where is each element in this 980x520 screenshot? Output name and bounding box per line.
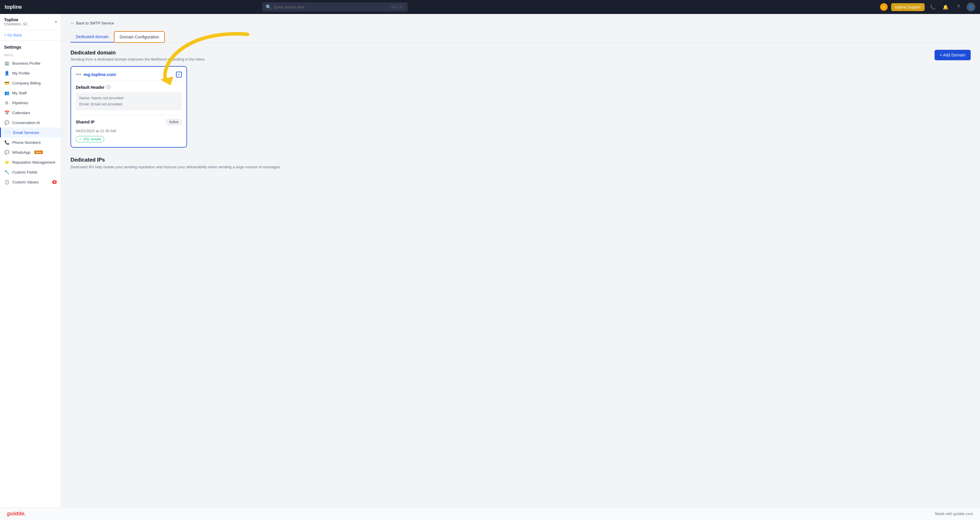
sidebar-item-custom-fields[interactable]: 🔧 Custom Fields bbox=[0, 167, 61, 177]
default-header-title: Default Header ⓘ bbox=[76, 85, 182, 90]
sidebar-item-reputation-management[interactable]: ⭐ Reputation Management bbox=[0, 157, 61, 167]
section-header: Dedicated domain Sending from a dedicate… bbox=[70, 50, 970, 62]
person-icon: 👤 bbox=[4, 71, 10, 75]
sidebar-item-custom-values[interactable]: 📋 Custom Values 4 bbox=[0, 177, 61, 187]
chevron-down-icon: ▾ bbox=[55, 20, 57, 24]
workspace-name: Topline bbox=[4, 17, 28, 22]
ssl-badge: ✓ SSL Issued bbox=[76, 136, 104, 143]
domain-name: ••• mg.topline.com bbox=[76, 71, 116, 78]
sidebar-item-pipelines[interactable]: ⊞ Pipelines bbox=[0, 98, 61, 108]
dedicated-ips-subtitle: Dedicated IPs help isolate your sending … bbox=[70, 165, 970, 169]
search-input[interactable] bbox=[274, 5, 388, 10]
domain-checkbox[interactable]: ✓ bbox=[176, 71, 182, 78]
support-button[interactable]: topline Support bbox=[891, 3, 925, 11]
chat-icon: 💬 bbox=[4, 120, 10, 125]
sidebar: Topline Charleston, SC ▾ < Go Back Setti… bbox=[0, 14, 61, 507]
dedicated-ips-section: Dedicated IPs Dedicated IPs help isolate… bbox=[70, 157, 970, 169]
sidebar-item-label: Pipelines bbox=[12, 101, 28, 105]
add-domain-button[interactable]: + Add Domain bbox=[935, 50, 970, 60]
shared-ip-label: Shared IP bbox=[76, 120, 95, 124]
sidebar-item-my-staff[interactable]: 👥 My Staff bbox=[0, 88, 61, 98]
search-icon: 🔍 bbox=[266, 4, 272, 10]
email-row: Email: Email not provided bbox=[79, 101, 178, 108]
main-content: ← Back to SMTP Service Dedicated domain … bbox=[61, 14, 980, 507]
section-title: Dedicated domain bbox=[70, 50, 206, 56]
sidebar-item-label: My Profile bbox=[12, 71, 30, 75]
avatar[interactable]: 👤 bbox=[967, 3, 975, 11]
ssl-check-icon: ✓ bbox=[79, 137, 82, 141]
sidebar-item-label: My Staff bbox=[12, 91, 27, 95]
settings-title: Settings bbox=[0, 40, 61, 51]
notification-icon-btn[interactable]: 🔔 bbox=[941, 2, 950, 12]
email-icon: ✉️ bbox=[5, 130, 10, 135]
apps-group-label: Apps bbox=[0, 51, 61, 58]
domain-card: ••• mg.topline.com ✓ Default Header ⓘ Na… bbox=[70, 66, 187, 147]
sidebar-item-label: Conversation AI bbox=[12, 120, 40, 125]
dedicated-ips-title: Dedicated IPs bbox=[70, 157, 970, 163]
more-icon[interactable]: ••• bbox=[76, 71, 81, 78]
phone-icon-btn[interactable]: 📞 bbox=[928, 2, 937, 12]
back-arrow-icon: ← bbox=[70, 21, 74, 25]
tabs-row: Dedicated domain Domain Configuration bbox=[70, 31, 970, 43]
name-row: Name: Name not provided bbox=[79, 95, 178, 101]
phone-icon: 📞 bbox=[4, 140, 10, 145]
shared-ip-row: Shared IP Active bbox=[76, 119, 182, 125]
sidebar-item-label: Custom Values bbox=[12, 180, 39, 184]
sidebar-item-label: Business Profile bbox=[12, 61, 40, 65]
topnav-right: ⚡ topline Support 📞 🔔 ? 👤 bbox=[880, 2, 975, 12]
sidebar-item-label: Phone Numbers bbox=[12, 140, 41, 145]
sidebar-item-label: Email Services bbox=[13, 130, 39, 135]
notification-badge: 4 bbox=[52, 180, 57, 184]
building-icon: 🏢 bbox=[4, 61, 10, 65]
staff-icon: 👥 bbox=[4, 90, 10, 95]
timestamp: 04/21/2023 at 11:30 AM bbox=[76, 129, 182, 133]
sidebar-item-label: Reputation Management bbox=[12, 160, 55, 165]
guidde-logo: guidde. bbox=[7, 510, 25, 517]
workspace-location: Charleston, SC bbox=[4, 22, 28, 26]
app-logo: topline bbox=[5, 4, 22, 10]
sidebar-item-my-profile[interactable]: 👤 My Profile bbox=[0, 68, 61, 78]
top-navbar: topline 🔍 Ctrl + K ⚡ topline Support 📞 🔔… bbox=[0, 0, 980, 14]
sidebar-item-phone-numbers[interactable]: 📞 Phone Numbers bbox=[0, 138, 61, 147]
card-icon: 💳 bbox=[4, 81, 10, 85]
active-badge: Active bbox=[166, 119, 182, 125]
default-header-box: Name: Name not provided Email: Email not… bbox=[76, 92, 182, 110]
help-icon-btn[interactable]: ? bbox=[954, 2, 963, 12]
bottom-bar: guidde. Made with guidde.com bbox=[0, 507, 980, 520]
tab-dedicated-domain[interactable]: Dedicated domain bbox=[70, 32, 114, 43]
sidebar-item-label: Calendars bbox=[12, 111, 30, 115]
sidebar-item-conversation-ai[interactable]: 💬 Conversation AI bbox=[0, 117, 61, 127]
sidebar-item-company-billing[interactable]: 💳 Company Billing bbox=[0, 78, 61, 88]
calendar-icon: 📅 bbox=[4, 110, 10, 115]
sidebar-item-email-services[interactable]: ✉️ Email Services bbox=[0, 127, 61, 138]
email-value: Email not provided bbox=[91, 102, 123, 106]
default-header-section: Default Header ⓘ Name: Name not provided… bbox=[76, 85, 182, 110]
pipelines-icon: ⊞ bbox=[4, 100, 10, 105]
info-icon: ⓘ bbox=[107, 85, 110, 90]
app-body: Topline Charleston, SC ▾ < Go Back Setti… bbox=[0, 14, 980, 507]
sidebar-item-label: Company Billing bbox=[12, 81, 41, 85]
sidebar-item-label: Custom Fields bbox=[12, 170, 37, 174]
sidebar-item-business-profile[interactable]: 🏢 Business Profile bbox=[0, 58, 61, 68]
section-subtitle: Sending from a dedicated domain improves… bbox=[70, 57, 206, 62]
divider bbox=[76, 81, 182, 81]
lightning-icon[interactable]: ⚡ bbox=[880, 3, 888, 11]
back-link[interactable]: ← Back to SMTP Service bbox=[70, 21, 970, 25]
sidebar-item-whatsapp[interactable]: 💬 WhatsApp beta bbox=[0, 147, 61, 157]
back-link-text: Back to SMTP Service bbox=[76, 21, 114, 25]
star-icon: ⭐ bbox=[4, 160, 10, 165]
sidebar-item-label: WhatsApp bbox=[12, 150, 30, 155]
search-shortcut: Ctrl + K bbox=[390, 5, 404, 10]
search-bar[interactable]: 🔍 Ctrl + K bbox=[262, 2, 408, 12]
go-back-link[interactable]: < Go Back bbox=[0, 30, 61, 40]
tab-domain-configuration[interactable]: Domain Configuration bbox=[114, 31, 165, 43]
guidde-text: Made with guidde.com bbox=[935, 512, 973, 516]
workspace-selector[interactable]: Topline Charleston, SC ▾ bbox=[0, 14, 61, 30]
name-value: Name not provided bbox=[91, 96, 124, 100]
beta-badge: beta bbox=[34, 151, 43, 154]
domain-card-header: ••• mg.topline.com ✓ bbox=[76, 71, 182, 78]
values-icon: 📋 bbox=[4, 180, 10, 184]
wrench-icon: 🔧 bbox=[4, 170, 10, 174]
whatsapp-icon: 💬 bbox=[4, 150, 10, 155]
sidebar-item-calendars[interactable]: 📅 Calendars bbox=[0, 108, 61, 117]
